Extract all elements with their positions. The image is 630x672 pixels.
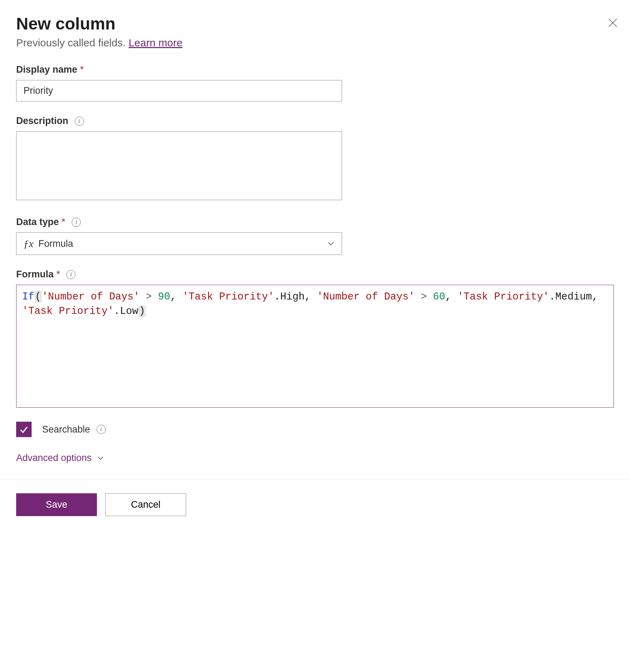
chevron-down-icon	[97, 454, 104, 462]
footer-buttons: Save Cancel	[16, 493, 614, 516]
searchable-row: Searchable i	[16, 422, 614, 437]
info-icon[interactable]: i	[97, 425, 106, 434]
searchable-checkbox[interactable]	[16, 422, 32, 437]
chevron-down-icon	[327, 240, 335, 248]
info-icon[interactable]: i	[75, 117, 84, 126]
searchable-label-text: Searchable	[42, 424, 90, 435]
required-marker: *	[57, 269, 60, 280]
field-display-name: Display name *	[16, 64, 614, 101]
description-label: Description i	[16, 116, 614, 126]
panel-header: New column Previously called fields. Lea…	[16, 14, 614, 49]
field-description: Description i	[16, 116, 614, 203]
close-icon[interactable]	[607, 17, 621, 31]
formula-code: If('Number of Days' > 90, 'Task Priority…	[22, 290, 608, 318]
field-formula: Formula * i If('Number of Days' > 90, 'T…	[16, 269, 614, 408]
description-label-text: Description	[16, 116, 68, 126]
display-name-label-text: Display name	[16, 64, 77, 75]
fx-icon: ƒx	[24, 238, 33, 250]
info-icon[interactable]: i	[72, 218, 81, 227]
searchable-label: Searchable i	[42, 424, 106, 435]
display-name-label: Display name *	[16, 64, 614, 75]
description-input[interactable]	[16, 131, 342, 200]
advanced-options-toggle[interactable]: Advanced options	[16, 453, 614, 463]
data-type-value-wrap: ƒx Formula	[24, 238, 73, 250]
advanced-options-label: Advanced options	[16, 453, 92, 463]
display-name-input[interactable]	[16, 80, 342, 101]
data-type-value: Formula	[38, 238, 73, 249]
data-type-select[interactable]: ƒx Formula	[16, 232, 342, 255]
formula-label-text: Formula	[16, 269, 54, 280]
data-type-label-text: Data type	[16, 217, 59, 228]
subtitle-text: Previously called fields.	[16, 37, 126, 48]
panel-subtitle: Previously called fields. Learn more	[16, 37, 614, 49]
data-type-label: Data type * i	[16, 217, 614, 228]
formula-label: Formula * i	[16, 269, 614, 280]
required-marker: *	[62, 217, 66, 228]
formula-editor[interactable]: If('Number of Days' > 90, 'Task Priority…	[16, 285, 614, 408]
learn-more-link[interactable]: Learn more	[129, 37, 182, 48]
save-button[interactable]: Save	[16, 493, 97, 516]
footer-divider	[0, 479, 630, 479]
panel-title: New column	[16, 14, 614, 33]
required-marker: *	[80, 64, 84, 75]
info-icon[interactable]: i	[66, 270, 76, 279]
field-data-type: Data type * i ƒx Formula	[16, 217, 614, 255]
cancel-button[interactable]: Cancel	[105, 493, 186, 516]
